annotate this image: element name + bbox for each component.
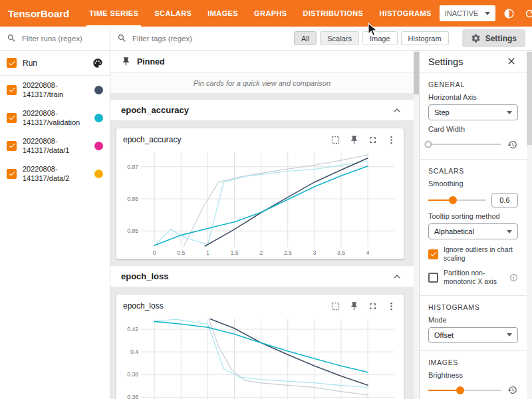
- chevron-down-icon: [485, 12, 490, 15]
- chip-scalars[interactable]: Scalars: [320, 31, 359, 45]
- settings-section-general: GENERAL Horizontal Axis Step Card Width: [420, 73, 527, 160]
- run-color-dot[interactable]: [94, 86, 103, 94]
- reset-card-width-icon[interactable]: [506, 138, 518, 150]
- smoothing-slider[interactable]: [428, 196, 486, 205]
- brightness-slider[interactable]: [428, 386, 501, 395]
- ignore-outliers-label: Ignore outliers in chart scaling: [444, 245, 518, 263]
- tag-filter-input[interactable]: Filter tags (regex): [117, 33, 290, 43]
- fullscreen-icon[interactable]: [366, 300, 378, 312]
- palette-icon[interactable]: [92, 58, 103, 68]
- run-item-data-1[interactable]: 20220808-141317/data/1: [0, 132, 110, 160]
- slider-thumb[interactable]: [425, 141, 432, 148]
- refresh-icon[interactable]: [522, 6, 532, 21]
- card-width-slider[interactable]: [428, 140, 501, 149]
- tag-type-chips: All Scalars Image Histogram: [294, 31, 449, 45]
- info-icon[interactable]: [509, 273, 518, 282]
- pin-card-icon[interactable]: [348, 134, 360, 146]
- smoothing-label: Smoothing: [428, 180, 518, 188]
- chevron-up-icon[interactable]: [391, 104, 403, 116]
- more-options-icon[interactable]: [385, 300, 397, 312]
- run-label: 20220808-141317/data/1: [23, 136, 88, 156]
- horizontal-axis-label: Horizontal Axis: [428, 93, 518, 101]
- svg-text:2.5: 2.5: [284, 249, 292, 256]
- chevron-down-icon: [507, 111, 512, 114]
- settings-panel-header: Settings: [420, 51, 527, 73]
- chevron-up-icon[interactable]: [391, 271, 403, 283]
- svg-text:3: 3: [313, 249, 316, 256]
- run-checkbox[interactable]: [7, 113, 17, 123]
- run-filter-input[interactable]: Filter runs (regex): [0, 27, 110, 51]
- settings-button[interactable]: Settings: [462, 29, 525, 47]
- fullscreen-icon[interactable]: [366, 134, 378, 146]
- chip-histogram[interactable]: Histogram: [401, 31, 449, 45]
- run-item-train[interactable]: 20220808-141317/train: [0, 76, 110, 104]
- tab-images[interactable]: IMAGES: [200, 0, 246, 27]
- tag-filter-placeholder: Filter tags (regex): [132, 35, 192, 43]
- settings-section-scalars: SCALARS Smoothing 0.6 Tooltip sorti: [420, 160, 527, 296]
- card-title: epoch_accuracy: [123, 135, 181, 144]
- histogram-mode-value: Offset: [434, 331, 454, 339]
- main-scrollbar[interactable]: [414, 51, 419, 399]
- tab-graphs[interactable]: GRAPHS: [246, 0, 295, 27]
- reload-status-value: INACTIVE: [445, 9, 479, 17]
- svg-text:0.5: 0.5: [177, 249, 185, 256]
- epoch-loss-chart[interactable]: 00.511.522.533.540.360.380.40.42: [120, 315, 400, 399]
- smoothing-value-input[interactable]: 0.6: [491, 193, 518, 207]
- tooltip-sorting-select[interactable]: Alphabetical: [428, 223, 518, 239]
- histogram-mode-select[interactable]: Offset: [428, 327, 518, 343]
- tab-distributions[interactable]: DISTRIBUTIONS: [295, 0, 372, 27]
- run-select-all-checkbox[interactable]: [7, 58, 17, 68]
- runs-sidebar: Filter runs (regex) Run 20220808-141317/…: [0, 27, 110, 399]
- run-color-dot[interactable]: [94, 142, 103, 150]
- horizontal-axis-value: Step: [434, 108, 450, 116]
- scrollbar-thumb[interactable]: [527, 52, 532, 145]
- run-checkbox[interactable]: [7, 169, 17, 179]
- horizontal-axis-select[interactable]: Step: [428, 104, 518, 120]
- ignore-outliers-checkbox[interactable]: [428, 249, 438, 259]
- slider-thumb[interactable]: [456, 386, 464, 394]
- tab-histograms[interactable]: HISTOGRAMS: [371, 0, 439, 27]
- card-actions: [329, 300, 397, 312]
- fit-to-data-icon[interactable]: [329, 300, 341, 312]
- reset-brightness-icon[interactable]: [506, 384, 518, 396]
- card-epoch-accuracy: epoch_accuracy 00.511.522.533.540.850.86…: [116, 128, 404, 259]
- close-icon[interactable]: [506, 56, 518, 68]
- section-header-epoch-accuracy[interactable]: epoch_accuracy: [110, 100, 414, 121]
- tab-time-series[interactable]: TIME SERIES: [81, 0, 146, 27]
- chevron-down-icon: [507, 230, 512, 233]
- chip-image[interactable]: Image: [362, 31, 398, 45]
- slider-thumb[interactable]: [449, 196, 457, 204]
- svg-text:1: 1: [206, 249, 209, 256]
- svg-text:0.4: 0.4: [130, 348, 138, 355]
- chip-all[interactable]: All: [294, 31, 317, 45]
- pinned-empty-message: Pin cards for a quick view and compariso…: [110, 73, 414, 93]
- more-options-icon[interactable]: [385, 134, 397, 146]
- fit-to-data-icon[interactable]: [329, 134, 341, 146]
- partition-x-axis-checkbox[interactable]: [428, 273, 438, 283]
- run-item-data-2[interactable]: 20220808-141317/data/2: [0, 160, 110, 188]
- run-item-validation[interactable]: 20220808-141317/validation: [0, 104, 110, 132]
- settings-scrollbar[interactable]: [527, 51, 532, 399]
- run-checkbox[interactable]: [7, 85, 17, 95]
- theme-contrast-icon[interactable]: [501, 6, 516, 21]
- images-heading: IMAGES: [428, 358, 518, 366]
- tab-scalars[interactable]: SCALARS: [146, 0, 200, 27]
- epoch-accuracy-chart[interactable]: 00.511.522.533.540.850.860.87: [120, 148, 400, 257]
- tooltip-sorting-value: Alphabetical: [434, 227, 474, 235]
- reload-status-select[interactable]: INACTIVE: [440, 5, 496, 21]
- run-color-dot[interactable]: [94, 170, 103, 178]
- pin-icon: [121, 57, 131, 66]
- tooltip-sorting-label: Tooltip sorting method: [428, 212, 518, 220]
- search-icon: [7, 33, 17, 43]
- scrollbar-thumb[interactable]: [414, 52, 419, 94]
- svg-text:0.38: 0.38: [127, 371, 138, 378]
- pin-card-icon[interactable]: [348, 300, 360, 312]
- card-title: epoch_loss: [123, 301, 164, 311]
- settings-section-images: IMAGES Brightness Contrast: [420, 351, 527, 399]
- run-checkbox[interactable]: [7, 141, 17, 151]
- run-label: 20220808-141317/train: [23, 80, 88, 100]
- run-color-dot[interactable]: [94, 114, 103, 122]
- settings-button-label: Settings: [485, 34, 517, 43]
- section-header-epoch-loss[interactable]: epoch_loss: [110, 266, 414, 287]
- svg-text:0.86: 0.86: [127, 196, 138, 202]
